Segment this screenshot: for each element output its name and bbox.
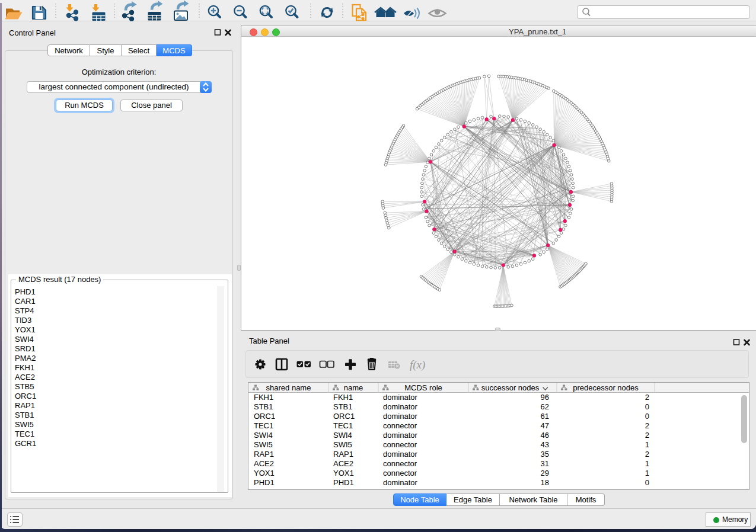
- svg-text:f(x): f(x): [410, 358, 425, 371]
- svg-text:name: name: [344, 383, 363, 392]
- svg-text:predecessor nodes: predecessor nodes: [573, 383, 639, 392]
- svg-text:shared name: shared name: [266, 383, 311, 392]
- svg-text:successor nodes: successor nodes: [481, 383, 540, 392]
- svg-text:MCDS role: MCDS role: [404, 383, 442, 392]
